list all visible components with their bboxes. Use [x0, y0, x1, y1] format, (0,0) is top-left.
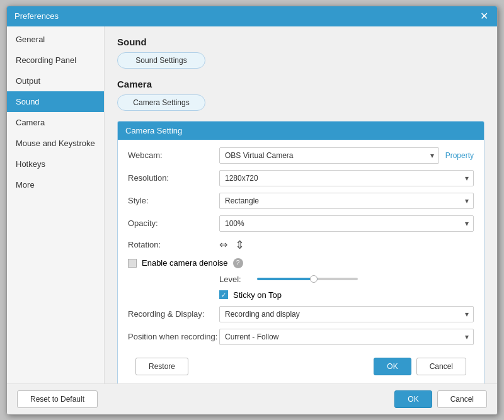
slider-thumb[interactable]	[310, 275, 318, 283]
sidebar-item-output[interactable]: Output	[7, 71, 104, 91]
denoise-row: Enable camera denoise ?	[128, 258, 474, 268]
camera-button-wrap: Camera Settings	[117, 94, 484, 111]
rotation-controls: ⇔ ⇕	[219, 238, 244, 252]
recording-display-row: Recording & Display: Recording and displ…	[128, 306, 474, 322]
recording-display-label: Recording & Display:	[128, 309, 219, 319]
resolution-label: Resolution:	[128, 173, 219, 183]
camera-setting-panel: Camera Setting Webcam: OBS Virtual Camer…	[117, 121, 484, 383]
panel-bottom-buttons: Restore OK Cancel	[128, 351, 474, 382]
sticky-label: Sticky on Top	[233, 290, 282, 300]
panel-ok-cancel-group: OK Cancel	[374, 358, 466, 375]
style-control: Rectangle ▾	[219, 193, 474, 209]
sound-button-wrap: Sound Settings	[117, 52, 484, 69]
position-control: Current - Follow ▾	[219, 329, 474, 345]
camera-setting-body: Webcam: OBS Virtual Camera ▾ Property	[118, 140, 484, 383]
style-select[interactable]: Rectangle	[219, 193, 474, 209]
property-link[interactable]: Property	[445, 151, 474, 160]
sidebar-item-sound[interactable]: Sound	[7, 91, 104, 112]
level-row: Level:	[219, 275, 474, 284]
main-content: Sound Sound Settings Camera Camera Setti…	[105, 26, 497, 383]
rotation-flip-h-icon[interactable]: ⇔	[219, 239, 227, 251]
camera-section-title: Camera	[117, 79, 484, 89]
resolution-control: 1280x720 ▾	[219, 170, 474, 186]
sidebar-item-camera[interactable]: Camera	[7, 112, 104, 133]
sticky-checkbox[interactable]: ✓	[219, 290, 228, 299]
dialog-title: Preferences	[14, 11, 59, 21]
camera-setting-header: Camera Setting	[118, 122, 484, 140]
sidebar: General Recording Panel Output Sound Cam…	[7, 26, 105, 383]
recording-display-select[interactable]: Recording and display	[219, 306, 474, 322]
resolution-row: Resolution: 1280x720 ▾	[128, 170, 474, 186]
resolution-select[interactable]: 1280x720	[219, 170, 474, 186]
opacity-label: Opacity:	[128, 219, 219, 228]
footer-ok-button[interactable]: OK	[394, 390, 432, 408]
position-label: Position when recording:	[128, 332, 219, 341]
recording-display-control: Recording and display ▾	[219, 306, 474, 322]
titlebar: Preferences ✕	[7, 6, 497, 26]
level-label: Level:	[219, 275, 257, 284]
opacity-row: Opacity: 100% ▾	[128, 215, 474, 232]
webcam-row: Webcam: OBS Virtual Camera ▾ Property	[128, 147, 474, 164]
level-slider[interactable]	[257, 278, 358, 280]
sidebar-item-recording-panel[interactable]: Recording Panel	[7, 50, 104, 71]
reset-default-button[interactable]: Reset to Default	[17, 390, 98, 408]
footer-ok-cancel-group: OK Cancel	[394, 390, 487, 408]
webcam-select-wrap: OBS Virtual Camera ▾	[219, 147, 439, 164]
footer-cancel-button[interactable]: Cancel	[437, 390, 487, 408]
panel-cancel-button[interactable]: Cancel	[416, 358, 466, 375]
denoise-checkbox[interactable]	[128, 259, 137, 268]
opacity-select[interactable]: 100%	[219, 215, 474, 232]
style-row: Style: Rectangle ▾	[128, 193, 474, 209]
panel-ok-button[interactable]: OK	[374, 358, 411, 375]
dialog-footer: Reset to Default OK Cancel	[7, 383, 497, 414]
webcam-label: Webcam:	[128, 150, 219, 160]
style-label: Style:	[128, 196, 219, 205]
close-button[interactable]: ✕	[479, 11, 490, 21]
rotation-row: Rotation: ⇔ ⇕	[128, 238, 474, 252]
sticky-row: ✓ Sticky on Top	[219, 290, 474, 300]
sound-section-title: Sound	[117, 37, 484, 47]
webcam-select[interactable]: OBS Virtual Camera	[219, 147, 439, 164]
preferences-dialog: Preferences ✕ General Recording Panel Ou…	[6, 6, 498, 415]
position-select[interactable]: Current - Follow	[219, 329, 474, 345]
rotation-flip-v-icon[interactable]: ⇕	[235, 238, 244, 252]
sidebar-item-general[interactable]: General	[7, 29, 104, 50]
dialog-body: General Recording Panel Output Sound Cam…	[7, 26, 497, 383]
webcam-select-row: OBS Virtual Camera ▾ Property	[219, 147, 474, 164]
position-row: Position when recording: Current - Follo…	[128, 329, 474, 345]
sidebar-item-hotkeys[interactable]: Hotkeys	[7, 154, 104, 174]
restore-button[interactable]: Restore	[135, 358, 188, 375]
sound-settings-button[interactable]: Sound Settings	[117, 52, 205, 69]
sidebar-item-more[interactable]: More	[7, 174, 104, 195]
sidebar-item-mouse-keystroke[interactable]: Mouse and Keystroke	[7, 133, 104, 154]
opacity-control: 100% ▾	[219, 215, 474, 232]
webcam-control: OBS Virtual Camera ▾ Property	[219, 147, 474, 164]
help-icon[interactable]: ?	[233, 258, 243, 268]
denoise-label: Enable camera denoise	[142, 258, 228, 268]
rotation-label: Rotation:	[128, 240, 219, 249]
camera-settings-button[interactable]: Camera Settings	[117, 94, 205, 111]
